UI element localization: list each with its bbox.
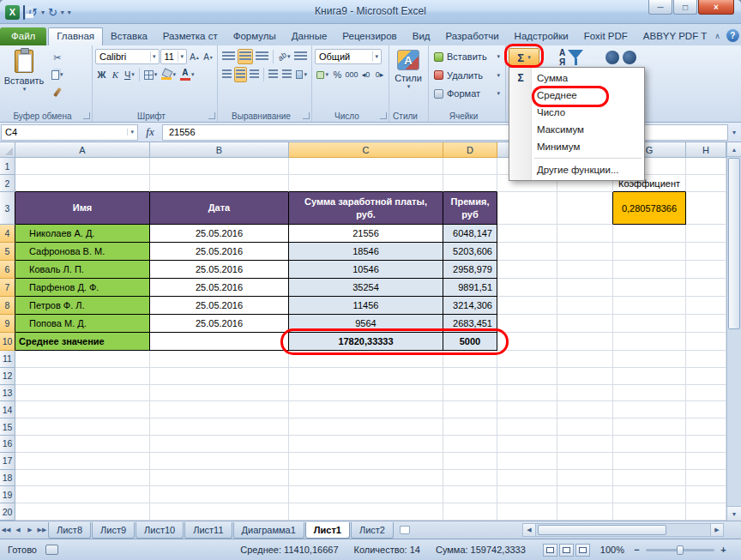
excel-app-icon[interactable]: X xyxy=(5,5,20,20)
cell-B17[interactable] xyxy=(150,453,289,470)
cell-C19[interactable] xyxy=(289,486,443,503)
cell-G11[interactable] xyxy=(613,351,686,368)
cell-C9[interactable]: 9564 xyxy=(289,315,443,333)
cell-G12[interactable] xyxy=(613,368,686,385)
horizontal-scroll-thumb[interactable] xyxy=(538,525,666,535)
cell-C1[interactable] xyxy=(289,158,443,175)
format-cells-button[interactable]: Формат▾ xyxy=(432,86,502,102)
cell-G19[interactable] xyxy=(613,486,686,503)
number-format-select[interactable]: Общий▾ xyxy=(315,49,382,64)
minimize-button[interactable]: ─ xyxy=(648,0,672,15)
sheet-tab-list9[interactable]: Лист9 xyxy=(92,522,135,539)
insert-cells-button[interactable]: Вставить▾ xyxy=(432,49,502,65)
number-dialog-launcher[interactable] xyxy=(380,112,387,119)
zoom-thumb[interactable] xyxy=(677,545,684,555)
zoom-out-button[interactable]: − xyxy=(631,545,642,555)
row-header-14[interactable]: 14 xyxy=(0,401,15,418)
align-right-button[interactable] xyxy=(248,67,261,82)
cell-A13[interactable] xyxy=(15,385,150,402)
cell-A9[interactable]: Попова М. Д. xyxy=(15,315,150,333)
cell-F6[interactable] xyxy=(557,261,613,279)
cell-H17[interactable] xyxy=(686,453,726,470)
cell-H4[interactable] xyxy=(686,225,726,243)
cell-A3[interactable]: Имя xyxy=(15,192,150,225)
percent-style-button[interactable]: % xyxy=(331,67,344,82)
redo-button[interactable]: ↻ xyxy=(48,7,57,18)
cell-B11[interactable] xyxy=(150,351,289,368)
cell-A20[interactable] xyxy=(15,503,150,521)
tab-view[interactable]: Вид xyxy=(405,27,438,45)
cell-H1[interactable] xyxy=(686,158,726,175)
menu-item-max[interactable]: Максимум xyxy=(509,121,644,138)
next-sheet-button[interactable]: ▶ xyxy=(24,521,36,539)
delete-cells-button[interactable]: Удалить▾ xyxy=(432,67,502,83)
prev-sheet-button[interactable]: ◀ xyxy=(12,521,24,539)
close-button[interactable]: × xyxy=(698,0,734,15)
cell-D2[interactable] xyxy=(443,175,497,192)
tab-developer[interactable]: Разработчи xyxy=(438,27,507,45)
cell-E12[interactable] xyxy=(497,368,557,385)
cell-G7[interactable] xyxy=(613,279,686,297)
sort-filter-icon[interactable]: АЯ xyxy=(559,48,583,67)
scroll-left-arrow[interactable]: ◀ xyxy=(522,523,536,537)
cell-F4[interactable] xyxy=(557,225,613,243)
tab-home[interactable]: Главная xyxy=(48,27,103,45)
cell-G9[interactable] xyxy=(613,315,686,333)
sheet-tab-list1-active[interactable]: Лист1 xyxy=(305,522,350,539)
menu-item-more-functions[interactable]: Другие функции... xyxy=(509,161,644,178)
tab-insert[interactable]: Вставка xyxy=(103,27,155,45)
cell-B10[interactable] xyxy=(150,333,289,351)
cell-F10[interactable] xyxy=(557,333,613,351)
column-header-B[interactable]: B xyxy=(150,142,289,158)
decrease-indent-button[interactable] xyxy=(267,67,280,82)
cell-D4[interactable]: 6048,147 xyxy=(443,225,497,243)
cell-F14[interactable] xyxy=(557,401,613,418)
tab-review[interactable]: Рецензиров xyxy=(334,27,404,45)
cell-E5[interactable] xyxy=(497,243,557,261)
font-color-button[interactable]: А▾ xyxy=(178,67,196,82)
cell-C15[interactable] xyxy=(289,418,443,436)
vertical-scrollbar[interactable]: ▲ ▼ xyxy=(726,142,741,521)
cell-D20[interactable] xyxy=(443,503,497,521)
cell-H15[interactable] xyxy=(686,418,726,436)
row-header-1[interactable]: 1 xyxy=(0,158,15,175)
cell-G8[interactable] xyxy=(613,297,686,315)
horizontal-scrollbar[interactable]: ◀ ▶ xyxy=(522,521,724,539)
cell-E16[interactable] xyxy=(497,436,557,453)
clipboard-dialog-launcher[interactable] xyxy=(83,112,90,119)
cell-H8[interactable] xyxy=(686,297,726,315)
cell-B20[interactable] xyxy=(150,503,289,521)
cell-D16[interactable] xyxy=(443,436,497,453)
zoom-slider[interactable]: − + xyxy=(631,545,729,555)
cell-B19[interactable] xyxy=(150,486,289,503)
cell-B5[interactable]: 25.05.2016 xyxy=(150,243,289,261)
cell-D19[interactable] xyxy=(443,486,497,503)
increase-decimal-button[interactable]: ◂0 xyxy=(359,67,372,82)
cell-C16[interactable] xyxy=(289,436,443,453)
cell-H10[interactable] xyxy=(686,333,726,351)
align-top-button[interactable] xyxy=(220,49,237,64)
cell-G6[interactable] xyxy=(613,261,686,279)
cell-H18[interactable] xyxy=(686,470,726,487)
cell-H9[interactable] xyxy=(686,315,726,333)
view-normal-button[interactable] xyxy=(543,544,557,557)
cell-H13[interactable] xyxy=(686,385,726,402)
column-header-D[interactable]: D xyxy=(443,142,497,158)
italic-button[interactable]: К xyxy=(109,67,122,82)
cell-E4[interactable] xyxy=(497,225,557,243)
font-size-select[interactable]: 11▾ xyxy=(160,49,187,64)
cell-C10[interactable]: 17820,33333 xyxy=(289,333,443,351)
cell-A11[interactable] xyxy=(15,351,150,368)
row-header-19[interactable]: 19 xyxy=(0,486,15,503)
view-page-break-button[interactable] xyxy=(575,544,590,557)
align-center-button[interactable] xyxy=(234,67,247,82)
cell-E20[interactable] xyxy=(497,503,557,521)
cell-H2[interactable] xyxy=(686,175,726,192)
align-middle-button[interactable] xyxy=(238,49,254,64)
cell-C11[interactable] xyxy=(289,351,443,368)
zoom-in-button[interactable]: + xyxy=(718,545,729,555)
row-header-13[interactable]: 13 xyxy=(0,385,15,402)
cell-F20[interactable] xyxy=(557,503,613,521)
row-header-18[interactable]: 18 xyxy=(0,470,15,487)
cell-E9[interactable] xyxy=(497,315,557,333)
